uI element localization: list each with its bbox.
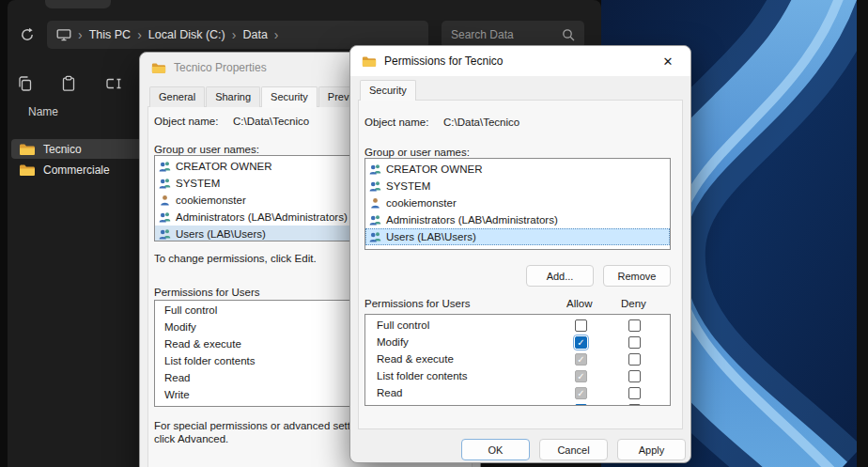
remove-button[interactable]: Remove xyxy=(603,265,671,287)
file-label: Tecnico xyxy=(43,143,82,156)
perm-row-read: Read xyxy=(365,385,670,402)
deny-checkbox-read[interactable] xyxy=(628,387,641,399)
deny-checkbox-read-execute[interactable] xyxy=(628,353,641,366)
perm-row-write: Write xyxy=(365,402,670,406)
advanced-hint-line1: For special permissions or advanced sett… xyxy=(154,420,373,431)
add-button[interactable]: Add... xyxy=(526,265,594,287)
refresh-button[interactable] xyxy=(13,21,41,49)
screen-right-edge xyxy=(857,0,868,467)
group-icon xyxy=(369,231,381,242)
advanced-hint-line2: click Advanced. xyxy=(154,433,228,444)
allow-checkbox-modify[interactable] xyxy=(575,336,587,349)
folder-icon xyxy=(362,55,377,68)
screen: › This PC › Local Disk (C:) › Data › Nam… xyxy=(0,0,868,467)
group-item-label: cookiemonster xyxy=(386,197,457,209)
copy-button[interactable] xyxy=(9,68,41,100)
ok-button[interactable]: OK xyxy=(461,439,530,460)
chevron-right-icon: › xyxy=(78,28,83,41)
deny-checkbox-list-folder-contents[interactable] xyxy=(628,370,641,382)
permissions-label: Permissions for Users xyxy=(364,298,470,309)
chevron-right-icon: › xyxy=(274,28,279,41)
close-button[interactable]: ✕ xyxy=(653,51,683,71)
refresh-icon xyxy=(20,27,35,42)
chevron-right-icon: › xyxy=(137,28,142,41)
breadcrumb-local-disk[interactable]: Local Disk (C:) xyxy=(148,28,225,41)
object-name-value: C:\Data\Tecnico xyxy=(443,117,519,128)
perm-row-modify: Modify xyxy=(365,335,670,351)
allow-column-header: Allow xyxy=(566,298,592,309)
group-item-label: cookiemonster xyxy=(176,195,246,206)
group-listbox: CREATOR OWNER SYSTEM cookiemonster Admin… xyxy=(364,158,671,250)
copy-icon xyxy=(17,75,34,92)
group-item-label: SYSTEM xyxy=(386,180,430,192)
deny-checkbox-modify[interactable] xyxy=(628,336,641,349)
object-name-label: Object name: xyxy=(154,116,218,127)
permissions-tab-strip: Security xyxy=(360,80,417,101)
search-input[interactable] xyxy=(451,28,562,41)
group-icon xyxy=(159,211,171,223)
paste-button[interactable] xyxy=(53,68,85,100)
group-list-label: Group or user names: xyxy=(154,144,259,155)
cancel-button[interactable]: Cancel xyxy=(539,439,608,460)
this-pc-icon xyxy=(56,28,71,41)
deny-column-header: Deny xyxy=(621,298,646,309)
allow-checkbox-read-execute[interactable] xyxy=(575,353,587,366)
tab-security[interactable]: Security xyxy=(360,80,416,101)
group-item-label: Administrators (LAB\Administrators) xyxy=(176,211,348,223)
allow-checkbox-read[interactable] xyxy=(575,387,587,399)
permissions-table: Full control Modify Read & execute List … xyxy=(364,314,671,406)
group-item-label: CREATOR OWNER xyxy=(386,163,482,175)
perm-name: Read & execute xyxy=(377,353,454,365)
group-list-label: Group or user names: xyxy=(364,147,470,158)
group-item-label: Administrators (LAB\Administrators) xyxy=(386,214,558,226)
tab-general[interactable]: General xyxy=(149,86,205,107)
rename-button[interactable] xyxy=(98,68,130,100)
user-icon xyxy=(159,195,171,206)
group-icon xyxy=(159,178,171,189)
close-icon: ✕ xyxy=(663,54,674,69)
folder-icon xyxy=(19,143,36,156)
breadcrumb-data[interactable]: Data xyxy=(242,28,267,41)
explorer-tab-fragment[interactable] xyxy=(45,0,111,8)
file-label: Commerciale xyxy=(43,163,110,177)
tab-sharing[interactable]: Sharing xyxy=(206,86,260,107)
group-item-cookiemonster[interactable]: cookiemonster xyxy=(365,195,670,211)
rename-icon xyxy=(105,75,122,92)
group-item-label: Users (LAB\Users) xyxy=(176,228,266,240)
properties-dialog-title: Tecnico Properties xyxy=(174,61,267,74)
allow-checkbox-write[interactable] xyxy=(575,404,587,406)
permissions-dialog: Permissions for Tecnico ✕ Security Objec… xyxy=(349,45,691,463)
perm-name: Full control xyxy=(377,319,429,331)
name-column-header[interactable]: Name xyxy=(28,105,58,118)
perm-row-list-folder-contents: List folder contents xyxy=(365,368,670,385)
deny-checkbox-write[interactable] xyxy=(628,404,641,406)
group-icon xyxy=(369,180,381,192)
file-row-commerciale[interactable]: Commerciale xyxy=(11,160,145,179)
group-item-label: SYSTEM xyxy=(176,178,220,189)
group-item-label: Users (LAB\Users) xyxy=(386,231,476,242)
perm-name: Read xyxy=(377,387,403,398)
permissions-label: Permissions for Users xyxy=(154,287,259,298)
group-item-system[interactable]: SYSTEM xyxy=(365,178,670,195)
group-icon xyxy=(159,161,171,172)
group-item-users[interactable]: Users (LAB\Users) xyxy=(365,228,670,245)
perm-row-read-execute: Read & execute xyxy=(365,351,670,368)
group-item-administrators[interactable]: Administrators (LAB\Administrators) xyxy=(365,211,670,228)
perm-name: Modify xyxy=(377,336,409,348)
allow-checkbox-full-control[interactable] xyxy=(575,319,587,332)
tab-security[interactable]: Security xyxy=(261,86,318,107)
folder-icon xyxy=(19,163,36,177)
apply-button[interactable]: Apply xyxy=(617,439,686,460)
object-name-value: C:\Data\Tecnico xyxy=(233,116,309,127)
breadcrumb-this-pc[interactable]: This PC xyxy=(89,28,131,41)
paste-icon xyxy=(60,75,77,92)
file-row-tecnico[interactable]: Tecnico xyxy=(11,139,145,159)
search-icon xyxy=(562,28,575,41)
user-icon xyxy=(369,197,381,209)
deny-checkbox-full-control[interactable] xyxy=(628,319,641,332)
permissions-title-bar: Permissions for Tecnico xyxy=(350,46,690,76)
group-item-creator-owner[interactable]: CREATOR OWNER xyxy=(365,161,670,178)
perm-name: Write xyxy=(377,404,402,406)
group-icon xyxy=(369,214,381,226)
allow-checkbox-list-folder-contents[interactable] xyxy=(575,370,587,382)
